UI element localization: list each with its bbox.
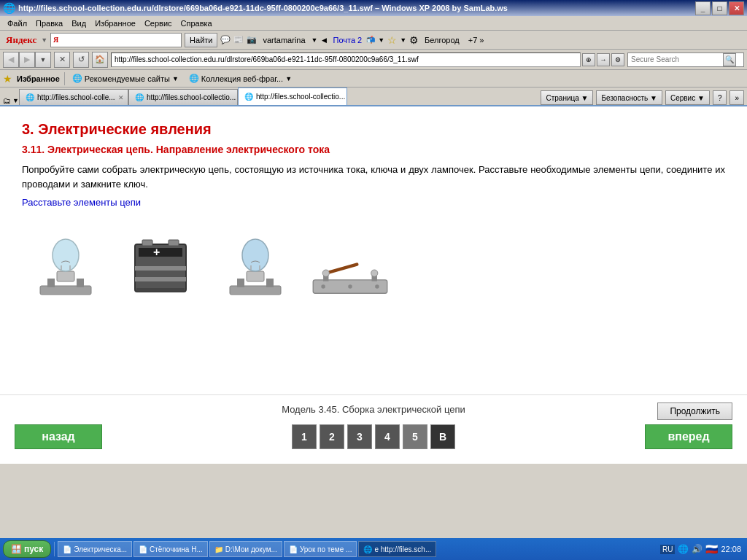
menu-view[interactable]: Вид [67,18,90,29]
secure-search-button[interactable]: 🔍 [723,53,736,66]
continue-button[interactable]: Продолжить [657,402,732,420]
yandex-photo-icon[interactable]: 📷 [247,35,257,44]
page-v-button[interactable]: В [430,424,455,449]
mail-icon[interactable]: 📬 [366,36,375,44]
home-group: 🏠 [92,52,108,68]
settings-icon[interactable]: ⚙ [409,34,419,46]
lamp-component-2[interactable] [212,230,299,310]
refresh-button[interactable]: ↺ [73,52,89,68]
page-4-button[interactable]: 4 [375,424,400,449]
tab-1-label: http://files.school-colle... [37,93,115,101]
stop-button[interactable]: ✕ [54,52,70,68]
svg-rect-3 [57,271,74,281]
service-button[interactable]: Сервис ▼ [665,90,710,105]
page-2-button[interactable]: 2 [320,424,344,449]
tab-1-close-icon[interactable]: ✕ [118,94,124,101]
favorites-recommended-sites[interactable]: 🌐 Рекомендуемые сайты ▼ [69,73,182,84]
maximize-button[interactable]: □ [712,1,727,15]
menu-edit[interactable]: Правка [31,18,67,29]
window-title: http://files.school-collection.edu.ru/dl… [18,4,508,12]
favorites-web-fragment[interactable]: 🌐 Коллекция веб-фраг... ▼ [186,73,295,84]
page-button[interactable]: Страница ▼ [541,90,593,105]
start-button[interactable]: 🪟 пуск [3,540,51,558]
svg-rect-8 [139,248,182,257]
yandex-search-input[interactable] [61,34,163,47]
minimize-button[interactable]: _ [695,1,711,15]
mail-link[interactable]: Почта 2 [331,36,363,44]
yandex-dropdown[interactable]: ▼ [41,36,47,44]
user-dropdown[interactable]: ▼ [311,36,318,44]
switch-component[interactable] [306,230,394,310]
browser-dropdown-button[interactable]: ▼ [35,52,51,68]
svg-rect-13 [135,277,186,281]
menu-favorites[interactable]: Избранное [90,18,140,29]
page-navigation: 1 2 3 4 5 В [292,424,455,449]
page-1-button[interactable]: 1 [292,424,317,449]
yandex-chat-icon[interactable]: 💬 [220,35,231,44]
tab-1[interactable]: 🌐 http://files.school-colle... ✕ [19,89,128,105]
user-info: vartamarina [260,36,308,44]
browser-forward-button[interactable]: ▶ [19,52,35,68]
star-icon[interactable]: ☆ [387,34,397,46]
tab-group-icon[interactable]: 🗂 ▼ [3,96,19,105]
close-button[interactable]: ✕ [729,1,744,15]
yandex-find-button[interactable]: Найти [185,33,217,47]
rss-icon[interactable]: ⊕ [582,53,595,66]
svg-rect-17 [266,279,274,287]
tray-network-icon: 🌐 [678,544,689,554]
bottom-nav-area: Продолжить Модель 3.45. Сборка электриче… [0,394,747,464]
tab-2[interactable]: 🌐 http://files.school-collectio... ✕ [128,89,238,105]
star-dropdown[interactable]: ▼ [400,36,406,44]
section-title: 3. Электрические явления [22,121,725,138]
secure-search-input[interactable] [628,53,723,66]
address-go-button[interactable]: → [597,53,610,66]
svg-rect-14 [136,288,185,292]
taskbar-app-5-icon: 🌐 [363,545,372,553]
taskbar-app-3[interactable]: 📁 D:\Мои докум... [209,541,282,557]
battery-component[interactable]: + [117,230,204,310]
browser-back-button[interactable]: ◀ [3,52,19,68]
ie-icon: 🌐 [72,74,82,83]
web-fragment-dropdown-icon[interactable]: ▼ [285,75,292,82]
home-button[interactable]: 🏠 [92,52,108,68]
recommended-dropdown-icon[interactable]: ▼ [172,75,179,82]
fragment-icon: 🌐 [189,74,199,83]
menu-help[interactable]: Справка [177,18,217,29]
menu-service[interactable]: Сервис [140,18,177,29]
tab-3-icon: 🌐 [244,93,253,101]
svg-rect-12 [135,266,186,271]
tabs-bar: 🗂 ▼ 🌐 http://files.school-colle... ✕ 🌐 h… [0,88,747,106]
taskbar-tray: RU 🌐 🔊 🇷🇺 22:08 [657,543,744,555]
start-label: пуск [24,544,43,554]
address-input[interactable] [111,52,581,67]
lamp-component-1[interactable] [22,230,109,310]
web-fragment-label: Коллекция веб-фраг... [201,74,283,83]
security-button[interactable]: Безопасность ▼ [596,90,662,105]
arrange-elements-link[interactable]: Расставьте элементы цепи [22,197,725,208]
page-5-button[interactable]: 5 [403,424,427,449]
address-tools-button[interactable]: ⚙ [611,53,624,66]
taskbar-app-3-label: D:\Мои докум... [225,545,277,553]
taskbar-app-5[interactable]: 🌐 e http://files.sch... [358,541,436,557]
taskbar-separator-1 [54,542,55,556]
taskbar-app-2-icon: 📄 [139,545,147,553]
svg-point-26 [322,270,329,276]
language-button[interactable]: RU [660,545,675,554]
back-button[interactable]: назад [15,424,102,449]
mail-dropdown[interactable]: ▼ [378,36,384,44]
yandex-news-icon[interactable]: 📰 [233,35,244,44]
forward-button[interactable]: вперед [645,424,732,449]
location-info: Белгород [422,36,462,44]
taskbar-app-2[interactable]: 📄 Стёпочкина Н... [133,541,208,557]
tab-3[interactable]: 🌐 http://files.school-collectio... ✕ [238,88,347,105]
menu-file[interactable]: Файл [3,18,31,29]
title-bar-text: 🌐 http://files.school-collection.edu.ru/… [3,2,508,14]
help-button[interactable]: ? [713,90,727,105]
more-button[interactable]: » [729,90,744,105]
page-3-button[interactable]: 3 [347,424,372,449]
secure-search-box: 🔍 [627,52,744,67]
tray-sound-icon: 🔊 [692,544,703,554]
taskbar-app-4[interactable]: 📄 Урок по теме ... [284,541,357,557]
taskbar-app-1[interactable]: 📄 Электрическа... [58,541,132,557]
tabs-right-group: Страница ▼ Безопасность ▼ Сервис ▼ ? » [541,90,744,105]
